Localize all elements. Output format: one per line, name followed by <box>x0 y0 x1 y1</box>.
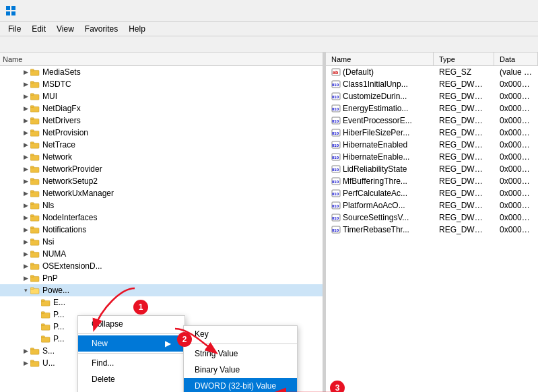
registry-row[interactable]: 010 EnergyEstimatio...REG_DWORD0x000000.… <box>326 102 538 115</box>
reg-name-cell: 010 EventProcessorE... <box>326 116 434 125</box>
minimize-button[interactable] <box>440 0 471 22</box>
reg-data-cell: 0x000000... <box>494 225 538 234</box>
tree-item[interactable]: ▶ MUI <box>0 90 323 102</box>
registry-row[interactable]: 010 TimerRebaseThr...REG_DWORD0x000000..… <box>326 224 538 236</box>
registry-row[interactable]: 010 LidReliabilityStateREG_DWORD0x000000… <box>326 163 538 175</box>
submenu-item[interactable]: Binary Value <box>184 362 297 378</box>
tree-expander[interactable]: ▶ <box>22 129 30 137</box>
tree-item[interactable]: ▶ NetTrace <box>0 139 323 151</box>
tree-item[interactable]: ▶ NetProvision <box>0 127 323 139</box>
registry-row[interactable]: 010 HibernateEnable...REG_DWORD0x000000.… <box>326 151 538 163</box>
tree-item[interactable]: ▶ Notifications <box>0 224 323 236</box>
maximize-button[interactable] <box>471 0 502 22</box>
tree-expander[interactable]: ▶ <box>22 68 30 76</box>
col-header-name[interactable]: Name <box>326 53 434 65</box>
tree-item-label: MUI <box>42 92 57 101</box>
tree-item[interactable]: ▶ NetworkSetup2 <box>0 175 323 187</box>
title-bar <box>0 0 538 22</box>
folder-icon <box>40 333 51 344</box>
svg-rect-3 <box>11 11 15 15</box>
folder-icon <box>30 139 40 150</box>
svg-text:010: 010 <box>332 216 339 220</box>
tree-expander[interactable]: ▶ <box>22 201 30 209</box>
tree-item[interactable]: ▶ NUMA <box>0 248 323 260</box>
tree-header: Name <box>0 53 323 66</box>
tree-expander[interactable]: ▶ <box>22 347 30 355</box>
tree-item-label: MSDTC <box>42 79 71 89</box>
tree-expander[interactable]: ▶ <box>22 250 30 258</box>
close-button[interactable] <box>502 0 533 22</box>
tree-item[interactable]: ▶ NetDiagFx <box>0 102 323 115</box>
registry-row[interactable]: 010 CustomizeDurin...REG_DWORD0x000000..… <box>326 90 538 102</box>
registry-row[interactable]: ab (Default)REG_SZ(value no... <box>326 66 538 78</box>
svg-rect-48 <box>41 337 50 342</box>
tree-item-label: NetworkSetup2 <box>42 176 98 186</box>
tree-expander[interactable]: ▶ <box>22 117 30 125</box>
registry-row[interactable]: 010 PlatformAoAcO...REG_DWORD0x000000... <box>326 199 538 211</box>
registry-row[interactable]: 010 HiberFileSizePer...REG_DWORD0x000000… <box>326 127 538 139</box>
menu-file[interactable]: File <box>3 23 26 35</box>
registry-row[interactable]: 010 HibernateEnabledREG_DWORD0x000000... <box>326 139 538 151</box>
tree-expander[interactable]: ▶ <box>22 177 30 185</box>
tree-expander[interactable]: ▶ <box>22 92 30 100</box>
tree-item-label: PnP <box>42 273 58 283</box>
reg-data-cell: 0x000000... <box>494 213 538 222</box>
tree-expander[interactable]: ▶ <box>22 274 30 282</box>
tree-expander[interactable]: ▾ <box>22 286 30 294</box>
tree-item[interactable]: ▶ NetworkProvider <box>0 163 323 175</box>
menu-help[interactable]: Help <box>123 23 151 35</box>
reg-name-cell: 010 HiberFileSizePer... <box>326 128 434 137</box>
svg-rect-50 <box>30 349 39 354</box>
tree-item[interactable]: ▶ OSExtensionD... <box>0 260 323 272</box>
svg-rect-2 <box>6 11 10 15</box>
registry-row[interactable]: 010 EventProcessorE...REG_DWORD0x000000.… <box>326 115 538 127</box>
tree-item[interactable]: ▶ Nls <box>0 199 323 211</box>
tree-expander[interactable]: ▶ <box>22 226 30 234</box>
tree-item-label: NetDiagFx <box>42 104 81 113</box>
svg-rect-14 <box>30 131 39 136</box>
tree-expander[interactable]: ▶ <box>22 141 30 149</box>
registry-row[interactable]: 010 SourceSettingsV...REG_DWORD0x000000.… <box>326 211 538 224</box>
tree-expander[interactable]: ▶ <box>22 80 30 88</box>
ctx-menu-item[interactable]: Rename <box>78 387 184 392</box>
tree-expander[interactable]: ▶ <box>22 238 30 246</box>
tree-expander[interactable]: ▶ <box>22 189 30 197</box>
tree-expander[interactable] <box>32 298 40 306</box>
tree-expander[interactable]: ▶ <box>22 165 30 173</box>
menu-edit[interactable]: Edit <box>26 23 51 35</box>
col-header-data[interactable]: Data <box>494 53 538 65</box>
tree-expander[interactable] <box>32 323 40 331</box>
svg-text:010: 010 <box>332 192 339 196</box>
tree-item[interactable]: ▶ Network <box>0 151 323 163</box>
tree-item[interactable]: ▶ NodeInterfaces <box>0 211 323 224</box>
registry-row[interactable]: 010 Class1InitialUnp...REG_DWORD0x000000… <box>326 78 538 90</box>
svg-rect-29 <box>30 215 34 217</box>
tree-expander[interactable]: ▶ <box>22 359 30 367</box>
folder-icon <box>30 200 40 211</box>
col-header-type[interactable]: Type <box>434 53 494 65</box>
tree-item[interactable]: ▶ MSDTC <box>0 78 323 90</box>
window-controls <box>440 0 533 22</box>
svg-rect-53 <box>30 360 34 362</box>
menu-view[interactable]: View <box>51 23 79 35</box>
tree-expander[interactable] <box>32 311 40 319</box>
tree-item[interactable]: ▶ Nsi <box>0 236 323 248</box>
tree-item[interactable]: ▶ NetDrivers <box>0 115 323 127</box>
tree-expander[interactable]: ▶ <box>22 104 30 112</box>
registry-row[interactable]: 010 MfBufferingThre...REG_DWORD0x000000.… <box>326 175 538 187</box>
tree-item[interactable]: ▶ MediaSets <box>0 66 323 78</box>
tree-expander[interactable]: ▶ <box>22 153 30 161</box>
svg-text:010: 010 <box>332 204 339 208</box>
registry-row[interactable]: 010 PerfCalculateAc...REG_DWORD0x000000.… <box>326 187 538 199</box>
svg-rect-19 <box>30 154 34 156</box>
tree-expander[interactable]: ▶ <box>22 262 30 270</box>
ctx-menu-item[interactable]: Delete <box>78 371 184 387</box>
tree-item-label: Powe... <box>42 286 69 295</box>
tree-item[interactable]: ▶ NetworkUxManager <box>0 187 323 199</box>
svg-rect-45 <box>41 312 44 314</box>
tree-expander[interactable]: ▶ <box>22 214 30 222</box>
reg-type-cell: REG_DWORD <box>434 176 494 186</box>
menu-favorites[interactable]: Favorites <box>79 23 123 35</box>
svg-rect-39 <box>30 275 34 277</box>
tree-expander[interactable] <box>32 335 40 343</box>
